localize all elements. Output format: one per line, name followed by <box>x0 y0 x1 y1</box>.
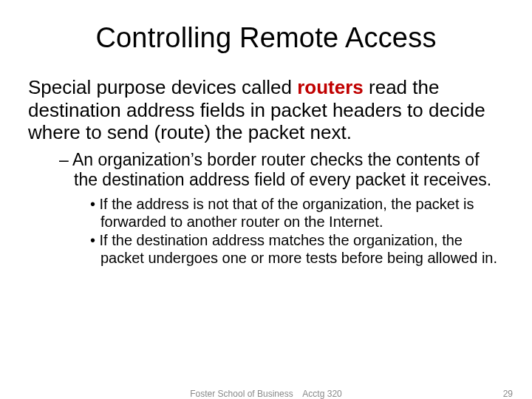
slide-title: Controlling Remote Access <box>24 22 508 54</box>
page-number: 29 <box>503 389 513 399</box>
sub-bullet-2b: If the destination address matches the o… <box>90 232 501 267</box>
body-lead: Special purpose devices called <box>28 76 297 98</box>
footer-org: Foster School of Business <box>190 389 293 399</box>
body-paragraph: Special purpose devices called routers r… <box>28 76 504 144</box>
sub-bullet-2-group: If the address is not that of the organi… <box>90 196 501 267</box>
footer-course: Acctg 320 <box>302 389 341 399</box>
sub-bullet-1: An organization’s border router checks t… <box>59 150 501 190</box>
sub-bullet-2a: If the address is not that of the organi… <box>90 196 501 231</box>
slide: Controlling Remote Access Special purpos… <box>0 0 532 399</box>
body-emphasis: routers <box>297 76 364 98</box>
footer-center: Foster School of Business Acctg 320 <box>190 389 341 399</box>
